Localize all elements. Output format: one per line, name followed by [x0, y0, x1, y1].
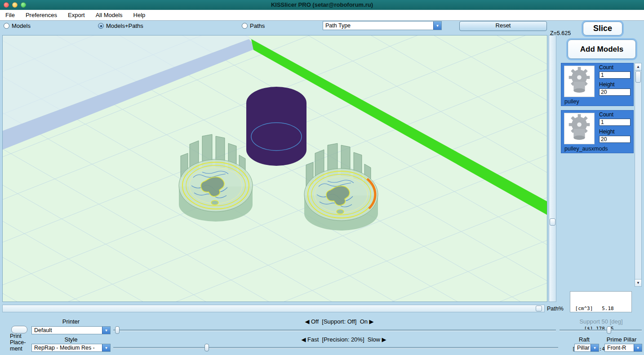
- placement-line-1: Print: [10, 333, 22, 339]
- precision-slider[interactable]: [113, 344, 558, 352]
- scroll-down-icon[interactable]: ▼: [635, 279, 641, 286]
- height-label: Height: [599, 129, 615, 135]
- printer-label: Printer: [31, 318, 111, 325]
- model-thumbnail: [564, 113, 595, 144]
- window-title: KISSlicer PRO (setar@roboforum.ru): [0, 1, 644, 8]
- prime-pillar-value: Front-R: [605, 345, 634, 351]
- raft-dropdown[interactable]: Pillar ▼: [574, 344, 599, 352]
- height-field[interactable]: 20: [599, 136, 631, 143]
- menu-preferences[interactable]: Preferences: [20, 12, 62, 18]
- viewport-vertical-scrollbar[interactable]: [549, 35, 556, 302]
- support-angle-knob[interactable]: [607, 326, 611, 334]
- prime-pillar-object: [246, 87, 306, 166]
- printer-value: Default: [32, 327, 102, 333]
- raft-value: Pillar: [575, 345, 591, 351]
- dropdown-arrow-icon: ▼: [591, 344, 599, 351]
- print-stats: [cm^3] 5.18 [$] 178.35 [HH:MM] 1:42.8: [570, 291, 632, 312]
- raft-label: Raft: [571, 336, 598, 343]
- model-name: pulley_ausxmods: [564, 146, 608, 152]
- model-entry-pulley-ausxmods[interactable]: Count 1 Height 20 pulley_ausxmods: [561, 110, 634, 153]
- slider-groove: [560, 329, 642, 331]
- prime-pillar-label: Prime Pillar: [601, 336, 642, 343]
- print-placement-button[interactable]: [11, 326, 27, 333]
- pulley-gear-icon: [564, 113, 594, 144]
- style-label: Style: [31, 336, 111, 343]
- path-percent-label: Path%: [547, 306, 564, 312]
- scroll-up-icon[interactable]: ▲: [635, 63, 641, 71]
- pulley-model-2: [304, 143, 378, 231]
- menu-bar: File Preferences Export All Models Help: [0, 10, 644, 21]
- stat-volume: [cm^3] 5.18: [572, 305, 631, 312]
- print-bed-scene: [3, 36, 547, 302]
- style-dropdown[interactable]: RepRap - Medium Res - ▼: [31, 344, 111, 352]
- model-entry-pulley[interactable]: Count 1 Height 20 pulley: [561, 63, 634, 106]
- support-angle-slider[interactable]: [560, 326, 642, 334]
- dropdown-arrow-icon: ▼: [433, 22, 441, 30]
- slider-groove: [113, 329, 556, 331]
- support-slider[interactable]: [113, 326, 556, 334]
- model-thumbnail: [564, 66, 595, 97]
- radio-indicator-selected: [98, 23, 104, 29]
- precision-slider-caption: ◀ Fast [Precision: 20%] Slow ▶: [207, 336, 481, 343]
- path-type-value: Path Type: [323, 22, 433, 29]
- printer-dropdown[interactable]: Default ▼: [31, 326, 111, 334]
- path-percent-handle[interactable]: [536, 306, 542, 311]
- count-label: Count: [599, 64, 613, 71]
- radio-indicator: [4, 23, 9, 29]
- dropdown-arrow-icon: ▼: [102, 344, 110, 351]
- model-list-scroll-handle[interactable]: [635, 71, 641, 83]
- placement-line-3: ment: [10, 346, 22, 352]
- support-slider-caption: ◀ Off [Support: Off] On ▶: [204, 318, 474, 325]
- radio-models-label: Models: [12, 22, 31, 29]
- path-type-dropdown[interactable]: Path Type ▼: [323, 21, 442, 30]
- model-list-scrollbar[interactable]: ▲ ▼: [635, 63, 642, 287]
- viewport-3d[interactable]: [2, 35, 547, 302]
- add-models-button[interactable]: Add Models: [568, 40, 636, 59]
- bottom-panel: Printer ◀ Off [Support: Off] On ▶ Suppor…: [0, 315, 644, 355]
- menu-file[interactable]: File: [0, 12, 20, 18]
- prime-pillar-dropdown[interactable]: Front-R ▼: [604, 344, 642, 352]
- radio-models[interactable]: Models: [4, 22, 31, 29]
- slice-button[interactable]: Slice: [583, 22, 622, 36]
- support-slider-knob[interactable]: [115, 326, 120, 334]
- count-field[interactable]: 1: [599, 119, 631, 126]
- precision-slider-knob[interactable]: [204, 344, 209, 351]
- reset-button[interactable]: Reset: [459, 21, 547, 31]
- radio-indicator: [242, 23, 248, 29]
- height-field[interactable]: 20: [599, 89, 631, 96]
- support-angle-label: Support 50 [deg]: [560, 318, 643, 325]
- menu-export[interactable]: Export: [62, 12, 90, 18]
- path-percent-slider[interactable]: [2, 305, 545, 312]
- model-name: pulley: [564, 98, 579, 105]
- dropdown-arrow-icon: ▼: [634, 344, 642, 351]
- height-label: Height: [599, 81, 615, 88]
- slider-groove: [113, 347, 558, 349]
- count-field[interactable]: 1: [599, 71, 631, 79]
- placement-line-2: Place-: [10, 339, 26, 346]
- menu-all-models[interactable]: All Models: [90, 12, 128, 18]
- vertical-scrollbar-handle[interactable]: [550, 218, 555, 226]
- pulley-gear-icon: [564, 66, 594, 97]
- count-label: Count: [599, 111, 613, 118]
- radio-paths[interactable]: Paths: [242, 22, 265, 29]
- style-value: RepRap - Medium Res -: [32, 345, 102, 351]
- window-titlebar: KISSlicer PRO (setar@roboforum.ru): [0, 0, 644, 10]
- menu-help[interactable]: Help: [128, 12, 151, 18]
- radio-paths-label: Paths: [250, 22, 265, 29]
- dropdown-arrow-icon: ▼: [102, 327, 110, 334]
- pulley-model-1: [179, 134, 253, 222]
- radio-models-paths[interactable]: Models+Paths: [98, 22, 143, 29]
- radio-models-paths-label: Models+Paths: [106, 22, 143, 29]
